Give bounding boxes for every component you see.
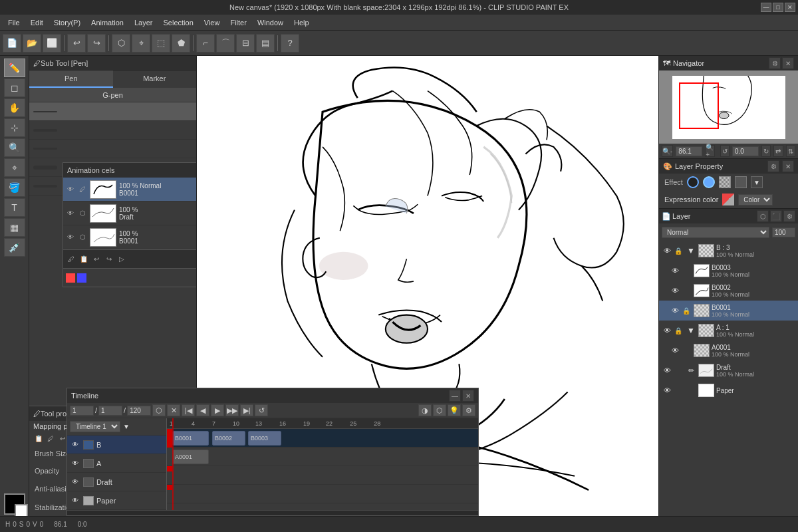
tl-frame-row-paper[interactable] [167, 485, 478, 503]
anim-vis-icon-3[interactable]: 👁 [66, 233, 75, 242]
tl-frame-end-input[interactable] [127, 406, 151, 416]
layer-vis-b0002[interactable]: 👁 [670, 285, 680, 296]
timeline-scrollbar[interactable] [67, 510, 478, 515]
anim-color-1[interactable] [66, 273, 75, 283]
layer-vis-b0003[interactable]: 👁 [670, 265, 680, 276]
nav-flip-icon[interactable]: ⇄ [773, 145, 783, 157]
nav-rotate-ccw-icon[interactable]: ↺ [720, 145, 730, 157]
nav-rotation-input[interactable] [732, 146, 759, 156]
layer-vis-b0001[interactable]: 👁 [670, 305, 680, 316]
tl-frame-row-draft[interactable] [167, 466, 478, 485]
open-button[interactable]: 📂 [23, 34, 41, 53]
layer-prop-settings-icon[interactable]: ⚙ [767, 160, 779, 172]
effect-more-btn[interactable]: ▼ [751, 176, 763, 188]
tl-next-btn[interactable]: ▶▶ [225, 404, 239, 416]
anim-lock-icon-3[interactable]: ⬡ [78, 233, 87, 242]
transform-button[interactable]: ⬚ [152, 34, 170, 53]
tl-frame-row-b[interactable]: B0001 B0002 B0003 [167, 429, 478, 448]
layer-vis-a0001[interactable]: 👁 [670, 345, 680, 356]
layer-blend-select[interactable]: Normal [662, 227, 769, 238]
anim-tb-1[interactable]: 🖊 [66, 254, 76, 265]
tl-dropdown-icon[interactable]: ▼ [123, 423, 130, 430]
nav-zoom-out-icon[interactable]: 🔍- [662, 145, 673, 157]
zoom-tool-button[interactable]: 🔍 [4, 138, 25, 157]
anim-vis-icon-2[interactable]: 👁 [66, 209, 75, 218]
tl-onion-btn[interactable]: ◑ [418, 404, 432, 416]
tl-new-cel-btn[interactable]: ⬡ [152, 404, 166, 416]
anim-cel-row-active[interactable]: 👁 🖊 100 % Normal B0001 [63, 178, 197, 201]
menu-layer[interactable]: Layer [129, 17, 158, 28]
tl-frame-row-a[interactable]: A0001 [167, 448, 478, 466]
effect-blue-circle[interactable] [703, 176, 715, 188]
layer-vis-draft[interactable]: 👁 [662, 365, 672, 376]
nav-close-icon[interactable]: ✕ [782, 57, 794, 69]
layer-panel-icon-2[interactable]: ⬛ [770, 210, 782, 222]
tl-loop-btn[interactable]: ↺ [255, 404, 268, 416]
foreground-color[interactable] [4, 493, 25, 515]
layer-vis-b3[interactable]: 👁 [662, 245, 672, 256]
layer-row-b0001[interactable]: 👁 🔒 B0001 100 % Normal [659, 301, 798, 321]
select-tool-button[interactable]: ⊹ [4, 118, 25, 137]
text-tool-button[interactable]: T [4, 198, 25, 217]
layer-opacity-input[interactable] [772, 227, 795, 237]
anim-tb-3[interactable]: ↩ [91, 254, 102, 265]
layer-lock-a1[interactable]: 🔒 [674, 327, 684, 334]
tl-vis-b[interactable]: 👁 [70, 440, 80, 450]
tl-prev-btn[interactable]: ◀ [196, 404, 209, 416]
layer-row-a1[interactable]: 👁 🔒 ▼ A : 1 100 % Normal [659, 321, 798, 340]
layer-row-a0001[interactable]: 👁 A0001 100 % Normal [659, 340, 798, 360]
line-button[interactable]: ⌐ [196, 34, 215, 53]
select-button[interactable]: ⬡ [112, 34, 130, 53]
move-tool-button[interactable]: ✋ [4, 98, 25, 117]
fill-tool-button[interactable]: 🪣 [4, 178, 25, 197]
timeline-frames[interactable]: 1 4 7 10 13 16 19 22 25 28 B0001 B0002 [167, 418, 478, 510]
tl-next-key-btn[interactable]: ▶| [240, 404, 253, 416]
menu-story[interactable]: Story(P) [49, 17, 86, 28]
tl-track-paper[interactable]: 👁 Paper [67, 491, 166, 510]
tl-settings-btn[interactable]: ⚙ [462, 404, 475, 416]
timeline-close-icon[interactable]: ✕ [462, 390, 474, 402]
nav-rotate-cw-icon[interactable]: ↻ [761, 145, 771, 157]
tl-cel-b0001[interactable]: B0001 [172, 431, 209, 446]
undo-button[interactable]: ↩ [67, 34, 86, 53]
anim-tb-2[interactable]: 📋 [78, 254, 89, 265]
tab-pen[interactable]: Pen [29, 70, 113, 88]
layer-panel-icon-1[interactable]: ⬡ [757, 210, 769, 222]
layer-row-b0002[interactable]: 👁 B0002 100 % Normal [659, 281, 798, 301]
expr-color-select[interactable]: Color [738, 194, 773, 205]
menu-edit[interactable]: Edit [25, 17, 49, 28]
menu-filter[interactable]: Filter [225, 17, 251, 28]
save-button[interactable]: ⬜ [43, 34, 61, 53]
menu-help[interactable]: Help [289, 17, 315, 28]
menu-view[interactable]: View [199, 17, 225, 28]
effect-pattern-btn[interactable] [719, 176, 731, 188]
anim-color-2[interactable] [77, 273, 86, 283]
minimize-button[interactable]: — [761, 3, 771, 12]
eraser-tool-button[interactable]: ◻ [4, 78, 25, 97]
layer-row-paper[interactable]: 👁 Paper [659, 380, 798, 400]
maximize-button[interactable]: □ [773, 3, 783, 12]
tl-vis-paper[interactable]: 👁 [70, 495, 80, 506]
menu-file[interactable]: File [3, 17, 25, 28]
new-button[interactable]: 📄 [3, 34, 21, 53]
layer-row-draft[interactable]: 👁 ✏ Draft 100 % Normal [659, 360, 798, 380]
layer-vis-a1[interactable]: 👁 [662, 325, 672, 336]
tab-marker[interactable]: Marker [113, 70, 197, 88]
tl-frame-start-input[interactable] [70, 406, 94, 416]
tl-cel-b0003[interactable]: B0003 [248, 431, 281, 446]
tl-track-b[interactable]: 👁 B [67, 436, 166, 454]
tl-prev-key-btn[interactable]: |◀ [182, 404, 195, 416]
brush-item-turnip[interactable] [29, 121, 196, 140]
layer-prop-close-icon[interactable]: ✕ [782, 160, 794, 172]
help-icon-btn[interactable]: ? [281, 34, 299, 53]
nav-flip-v-icon[interactable]: ⇅ [786, 145, 795, 157]
anim-cel-row-draft[interactable]: 👁 ⬡ 100 % Draft [63, 201, 197, 225]
tl-play-btn[interactable]: ▶ [211, 404, 224, 416]
nav-settings-icon[interactable]: ⚙ [769, 57, 781, 69]
tl-vis-draft[interactable]: 👁 [70, 477, 80, 487]
tl-track-draft[interactable]: 👁 Draft [67, 473, 166, 491]
menu-window[interactable]: Window [252, 17, 289, 28]
ruler-button[interactable]: ⊟ [236, 34, 255, 53]
menu-selection[interactable]: Selection [158, 17, 199, 28]
tl-vis-a[interactable]: 👁 [70, 458, 80, 469]
